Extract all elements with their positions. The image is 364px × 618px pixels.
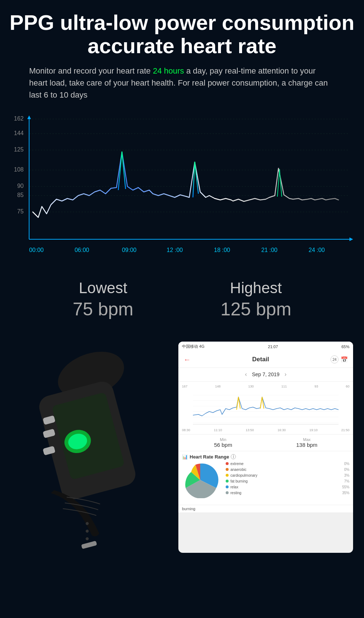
chart-svg: 162 144 125 108 90 85 75 00:00 06:00 09:…	[7, 108, 357, 261]
svg-text:24 :00: 24 :00	[309, 247, 325, 253]
phone-battery: 65%	[341, 345, 349, 349]
y-label-93: 93	[314, 385, 318, 388]
svg-point-38	[85, 537, 89, 540]
phone-chart-x-labels: 08:30 11:10 13:50 16:30 19:10 21:50	[182, 428, 349, 433]
cardiopulmonary-pct: 3%	[344, 473, 349, 477]
svg-text:18 :00: 18 :00	[214, 247, 230, 253]
relax-pct: 55%	[342, 485, 349, 489]
legend-anaerobic: anaerobic 0%	[226, 468, 349, 472]
description-before: Monitor and record your heart rate	[29, 66, 153, 75]
relax-label: relax	[230, 485, 340, 489]
next-date-btn[interactable]: ›	[285, 371, 286, 378]
phone-time: 21:07	[268, 345, 278, 349]
svg-text:125: 125	[14, 146, 24, 153]
lowest-label: Lowest	[73, 279, 134, 297]
resting-dot	[226, 491, 229, 494]
phone-mockup: 中国移动 4G 21:07 65% ← Detail 24 📅 ‹ Sep 7,…	[178, 342, 353, 553]
bottom-section: 中国移动 4G 21:07 65% ← Detail 24 📅 ‹ Sep 7,…	[0, 334, 364, 560]
cardiopulmonary-dot	[226, 474, 229, 477]
prev-date-btn[interactable]: ‹	[245, 371, 247, 378]
min-value: 56 bpm	[214, 442, 232, 448]
phone-carrier: 中国移动 4G	[182, 344, 205, 349]
max-label: Max	[296, 437, 317, 442]
phone-date-nav: ‹ Sep 7, 2019 ›	[178, 368, 353, 382]
x-label-2150: 21:50	[341, 428, 349, 432]
heart-rate-chart: 162 144 125 108 90 85 75 00:00 06:00 09:…	[7, 108, 357, 261]
anaerobic-label: anaerobic	[230, 468, 343, 472]
info-icon[interactable]: i	[231, 454, 236, 459]
legend-resting: resting 35%	[226, 491, 349, 495]
phone-status-bar: 中国移动 4G 21:07 65%	[178, 342, 353, 352]
fat-burning-dot	[226, 480, 229, 483]
phone-chart-svg	[182, 390, 349, 426]
fat-burning-pct: 7%	[344, 479, 349, 483]
svg-text:108: 108	[14, 166, 24, 173]
extreme-pct: 0%	[344, 462, 349, 466]
stat-lowest: Lowest 75 bpm	[73, 279, 134, 320]
stats-row: Lowest 75 bpm Highest 125 bpm	[0, 265, 364, 334]
svg-text:00:00: 00:00	[29, 247, 44, 253]
burning-label: burning	[182, 507, 195, 511]
lowest-value: 75 bpm	[73, 299, 134, 320]
current-date: Sep 7, 2019	[252, 371, 280, 377]
svg-text:12 :00: 12 :00	[167, 247, 183, 253]
min-label: Min	[214, 437, 232, 442]
max-item: Max 138 bpm	[296, 437, 317, 448]
legend-relax: relax 55%	[226, 485, 349, 489]
circle-24-icon: 24	[331, 355, 339, 363]
pie-legend: extreme 0% anaerobic 0% cardiopulmonary …	[226, 462, 349, 502]
svg-text:09:00: 09:00	[122, 247, 136, 253]
anaerobic-pct: 0%	[344, 468, 349, 472]
phone-chart-area: 167 148 130 111 93 60	[178, 382, 353, 434]
cardiopulmonary-label: cardiopulmonary	[230, 473, 343, 477]
y-label-130: 130	[248, 385, 254, 388]
page-title: PPG ultra-low power consumption accurate…	[7, 11, 357, 58]
svg-text:162: 162	[14, 115, 24, 122]
svg-text:75: 75	[17, 208, 24, 214]
highest-value: 125 bpm	[221, 299, 292, 320]
calendar-icon[interactable]: 📅	[341, 356, 348, 363]
min-item: Min 56 bpm	[214, 437, 232, 448]
extreme-dot	[226, 462, 229, 465]
svg-text:144: 144	[14, 130, 24, 136]
phone-header-icons: 24 📅	[331, 355, 348, 363]
svg-rect-39	[81, 540, 97, 549]
svg-point-37	[85, 529, 89, 533]
y-label-148: 148	[215, 385, 221, 388]
stat-highest: Highest 125 bpm	[221, 279, 292, 320]
x-label-1910: 19:10	[309, 428, 318, 432]
x-label-1630: 16:30	[277, 428, 286, 432]
back-arrow-icon[interactable]: ←	[183, 355, 191, 364]
y-label-60: 60	[346, 385, 349, 388]
svg-text:85: 85	[17, 192, 24, 198]
relax-dot	[226, 485, 229, 488]
bar-chart-icon: 📊	[182, 454, 188, 460]
svg-text:06:00: 06:00	[75, 247, 89, 253]
legend-extreme: extreme 0%	[226, 462, 349, 466]
phone-header: ← Detail 24 📅	[178, 352, 353, 368]
legend-fat-burning: fat burning 7%	[226, 479, 349, 483]
phone-min-max: Min 56 bpm Max 138 bpm	[178, 434, 353, 451]
highest-label: Highest	[221, 279, 292, 297]
watch-svg	[11, 342, 171, 553]
legend-cardiopulmonary: cardiopulmonary 3%	[226, 473, 349, 477]
svg-text:90: 90	[17, 183, 24, 189]
phone-heart-rate-range: 📊 Heart Rate Range i	[178, 451, 353, 505]
pie-svg	[182, 462, 218, 498]
y-label-111: 111	[281, 385, 287, 388]
fat-burning-label: fat burning	[230, 479, 343, 483]
burning-text-row: burning	[178, 505, 353, 512]
x-label-1110: 11:10	[214, 428, 222, 432]
x-label-0830: 08:30	[182, 428, 190, 432]
pie-chart	[182, 462, 222, 502]
resting-pct: 35%	[342, 491, 349, 495]
phone-detail-title: Detail	[252, 356, 269, 363]
hr-content: extreme 0% anaerobic 0% cardiopulmonary …	[182, 462, 349, 502]
page-header: PPG ultra-low power consumption accurate…	[0, 0, 364, 61]
hr-title-text: Heart Rate Range	[190, 454, 229, 460]
hr-title: 📊 Heart Rate Range i	[182, 454, 349, 460]
watch-image-container	[11, 342, 171, 553]
x-label-1350: 13:50	[246, 428, 254, 432]
svg-rect-0	[7, 108, 357, 261]
extreme-label: extreme	[230, 462, 343, 466]
